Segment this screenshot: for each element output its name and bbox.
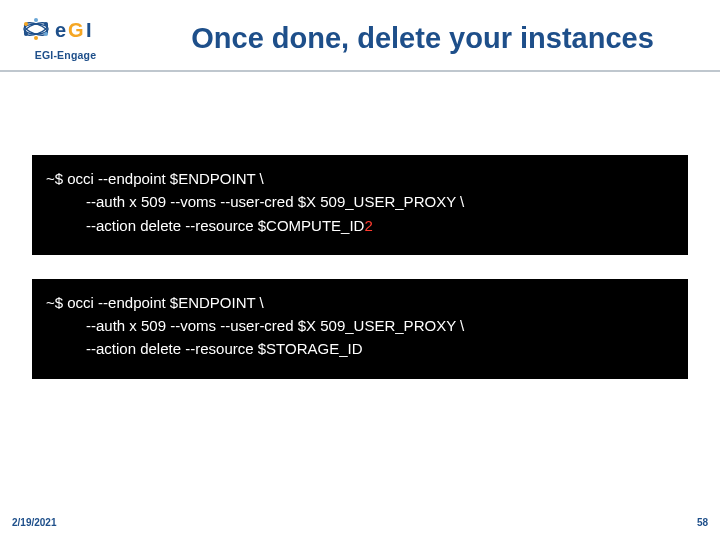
svg-point-5 (24, 32, 28, 36)
slide-content: ~$ occi --endpoint $ENDPOINT \ --auth x … (32, 155, 688, 403)
code-line: --auth x 509 --voms --user-cred $X 509_U… (46, 314, 674, 337)
code-text: --action delete --resource $COMPUTE_ID (86, 217, 364, 234)
code-block-2: ~$ occi --endpoint $ENDPOINT \ --auth x … (32, 279, 688, 379)
svg-text:G: G (68, 19, 84, 41)
svg-point-6 (44, 32, 48, 36)
page-title: Once done, delete your instances (123, 10, 702, 55)
svg-point-3 (24, 22, 28, 26)
svg-point-4 (44, 22, 48, 26)
svg-point-7 (34, 18, 38, 22)
footer-page-number: 58 (697, 517, 708, 528)
code-line: --action delete --resource $STORAGE_ID (46, 337, 674, 360)
svg-text:I: I (86, 19, 92, 41)
svg-point-2 (24, 24, 48, 34)
code-line: ~$ occi --endpoint $ENDPOINT \ (46, 294, 264, 311)
code-line: --auth x 509 --voms --user-cred $X 509_U… (46, 190, 674, 213)
logo-block: e G I EGI-Engage (8, 10, 123, 61)
logo-subtitle: EGI-Engage (35, 49, 97, 61)
header-divider (0, 70, 720, 72)
code-line: --action delete --resource $COMPUTE_ID2 (46, 214, 674, 237)
svg-text:e: e (55, 19, 66, 41)
slide-header: e G I EGI-Engage Once done, delete your … (0, 0, 720, 61)
code-line: ~$ occi --endpoint $ENDPOINT \ (46, 170, 264, 187)
code-block-1: ~$ occi --endpoint $ENDPOINT \ --auth x … (32, 155, 688, 255)
code-highlight: 2 (364, 217, 372, 234)
slide-footer: 2/19/2021 58 (0, 510, 720, 540)
svg-point-8 (34, 36, 38, 40)
egi-logo-icon: e G I (20, 10, 112, 48)
footer-date: 2/19/2021 (12, 517, 57, 528)
